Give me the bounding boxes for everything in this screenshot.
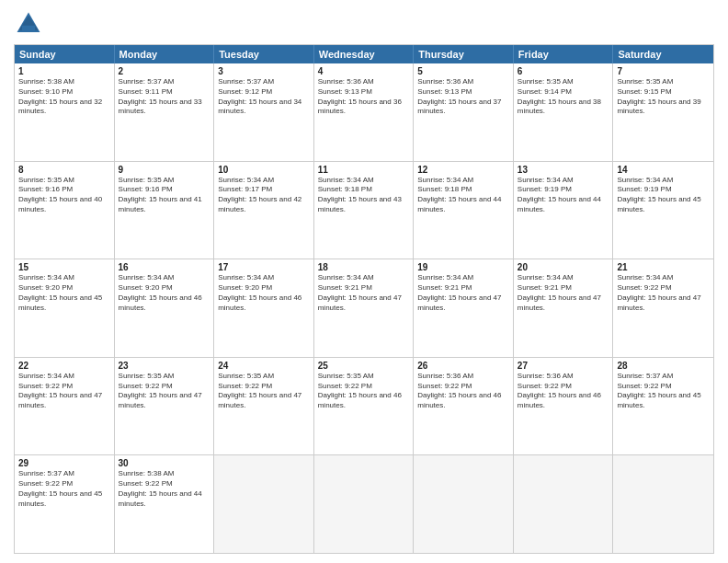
- day-number: 23: [119, 361, 210, 371]
- calendar-cell: 1Sunrise: 5:38 AMSunset: 9:10 PMDaylight…: [15, 63, 115, 161]
- cell-text: Sunrise: 5:37 AMSunset: 9:22 PMDaylight:…: [617, 372, 700, 409]
- day-number: 29: [18, 458, 110, 468]
- calendar-body: 1Sunrise: 5:38 AMSunset: 9:10 PMDaylight…: [15, 63, 713, 553]
- day-number: 30: [119, 458, 210, 468]
- day-number: 1: [18, 66, 110, 76]
- day-number: 8: [18, 165, 110, 175]
- calendar-cell: 7Sunrise: 5:35 AMSunset: 9:15 PMDaylight…: [613, 63, 713, 161]
- calendar-cell: 18Sunrise: 5:34 AMSunset: 9:21 PMDayligh…: [314, 259, 415, 357]
- day-header: Tuesday: [214, 45, 314, 63]
- cell-text: Sunrise: 5:34 AMSunset: 9:20 PMDaylight:…: [218, 273, 301, 311]
- calendar-cell: 12Sunrise: 5:34 AMSunset: 9:18 PMDayligh…: [414, 162, 514, 259]
- cell-text: Sunrise: 5:38 AMSunset: 9:22 PMDaylight:…: [119, 469, 202, 507]
- calendar-cell: 8Sunrise: 5:35 AMSunset: 9:16 PMDaylight…: [15, 162, 115, 259]
- cell-text: Sunrise: 5:35 AMSunset: 9:16 PMDaylight:…: [119, 176, 202, 213]
- calendar-cell: 4Sunrise: 5:36 AMSunset: 9:13 PMDaylight…: [314, 63, 415, 161]
- day-header: Thursday: [414, 45, 514, 63]
- day-number: 15: [18, 262, 110, 272]
- cell-text: Sunrise: 5:34 AMSunset: 9:20 PMDaylight:…: [119, 273, 202, 311]
- day-number: 12: [417, 165, 509, 175]
- cell-text: Sunrise: 5:36 AMSunset: 9:22 PMDaylight:…: [518, 372, 601, 409]
- day-number: 13: [518, 165, 609, 175]
- cell-text: Sunrise: 5:34 AMSunset: 9:18 PMDaylight:…: [318, 176, 402, 213]
- calendar-cell: 6Sunrise: 5:35 AMSunset: 9:14 PMDaylight…: [514, 63, 614, 161]
- calendar-cell: 22Sunrise: 5:34 AMSunset: 9:22 PMDayligh…: [15, 358, 115, 455]
- calendar-cell: [414, 455, 514, 553]
- cell-text: Sunrise: 5:34 AMSunset: 9:18 PMDaylight:…: [417, 176, 501, 213]
- calendar-row: 8Sunrise: 5:35 AMSunset: 9:16 PMDaylight…: [15, 162, 713, 260]
- cell-text: Sunrise: 5:36 AMSunset: 9:13 PMDaylight:…: [417, 77, 501, 115]
- cell-text: Sunrise: 5:36 AMSunset: 9:22 PMDaylight:…: [417, 372, 501, 409]
- cell-text: Sunrise: 5:35 AMSunset: 9:16 PMDaylight:…: [18, 176, 102, 213]
- calendar-cell: 15Sunrise: 5:34 AMSunset: 9:20 PMDayligh…: [15, 259, 115, 357]
- day-number: 21: [617, 262, 710, 272]
- cell-text: Sunrise: 5:35 AMSunset: 9:22 PMDaylight:…: [218, 372, 301, 409]
- calendar-row: 1Sunrise: 5:38 AMSunset: 9:10 PMDaylight…: [15, 63, 713, 162]
- calendar-cell: 17Sunrise: 5:34 AMSunset: 9:20 PMDayligh…: [214, 259, 314, 357]
- day-number: 9: [119, 165, 210, 175]
- day-number: 19: [417, 262, 509, 272]
- calendar-cell: 19Sunrise: 5:34 AMSunset: 9:21 PMDayligh…: [414, 259, 514, 357]
- calendar-row: 22Sunrise: 5:34 AMSunset: 9:22 PMDayligh…: [15, 358, 713, 456]
- day-header: Wednesday: [314, 45, 415, 63]
- day-number: 26: [417, 361, 509, 371]
- day-number: 18: [318, 262, 410, 272]
- day-number: 3: [218, 66, 310, 76]
- calendar-cell: 5Sunrise: 5:36 AMSunset: 9:13 PMDaylight…: [414, 63, 514, 161]
- calendar-cell: 23Sunrise: 5:35 AMSunset: 9:22 PMDayligh…: [115, 358, 215, 455]
- calendar-cell: 2Sunrise: 5:37 AMSunset: 9:11 PMDaylight…: [115, 63, 215, 161]
- cell-text: Sunrise: 5:34 AMSunset: 9:21 PMDaylight:…: [417, 273, 501, 311]
- cell-text: Sunrise: 5:35 AMSunset: 9:22 PMDaylight:…: [119, 372, 202, 409]
- calendar-cell: 9Sunrise: 5:35 AMSunset: 9:16 PMDaylight…: [115, 162, 215, 259]
- page: SundayMondayTuesdayWednesdayThursdayFrid…: [0, 0, 728, 563]
- header: [14, 9, 714, 39]
- day-header: Sunday: [15, 45, 115, 63]
- day-number: 24: [218, 361, 310, 371]
- calendar-cell: 29Sunrise: 5:37 AMSunset: 9:22 PMDayligh…: [15, 455, 115, 553]
- calendar-cell: 11Sunrise: 5:34 AMSunset: 9:18 PMDayligh…: [314, 162, 415, 259]
- calendar-cell: 20Sunrise: 5:34 AMSunset: 9:21 PMDayligh…: [514, 259, 614, 357]
- day-number: 17: [218, 262, 310, 272]
- calendar-cell: 13Sunrise: 5:34 AMSunset: 9:19 PMDayligh…: [514, 162, 614, 259]
- cell-text: Sunrise: 5:34 AMSunset: 9:21 PMDaylight:…: [318, 273, 402, 311]
- calendar-cell: 30Sunrise: 5:38 AMSunset: 9:22 PMDayligh…: [115, 455, 215, 553]
- day-number: 25: [318, 361, 410, 371]
- svg-rect-2: [22, 26, 35, 30]
- cell-text: Sunrise: 5:34 AMSunset: 9:22 PMDaylight:…: [18, 372, 102, 409]
- calendar-cell: 21Sunrise: 5:34 AMSunset: 9:22 PMDayligh…: [613, 259, 713, 357]
- day-number: 7: [617, 66, 710, 76]
- day-number: 6: [518, 66, 609, 76]
- day-number: 28: [617, 361, 710, 371]
- day-number: 4: [318, 66, 410, 76]
- cell-text: Sunrise: 5:35 AMSunset: 9:15 PMDaylight:…: [617, 77, 700, 115]
- cell-text: Sunrise: 5:37 AMSunset: 9:12 PMDaylight:…: [218, 77, 301, 115]
- calendar-cell: [214, 455, 314, 553]
- calendar-cell: [314, 455, 415, 553]
- day-number: 14: [617, 165, 710, 175]
- calendar-cell: 25Sunrise: 5:35 AMSunset: 9:22 PMDayligh…: [314, 358, 415, 455]
- calendar-cell: [514, 455, 614, 553]
- day-header: Friday: [514, 45, 614, 63]
- cell-text: Sunrise: 5:35 AMSunset: 9:14 PMDaylight:…: [518, 77, 601, 115]
- cell-text: Sunrise: 5:34 AMSunset: 9:20 PMDaylight:…: [18, 273, 102, 311]
- day-number: 27: [518, 361, 609, 371]
- calendar-row: 15Sunrise: 5:34 AMSunset: 9:20 PMDayligh…: [15, 259, 713, 358]
- cell-text: Sunrise: 5:34 AMSunset: 9:17 PMDaylight:…: [218, 176, 301, 213]
- calendar-cell: 10Sunrise: 5:34 AMSunset: 9:17 PMDayligh…: [214, 162, 314, 259]
- cell-text: Sunrise: 5:37 AMSunset: 9:11 PMDaylight:…: [119, 77, 202, 115]
- cell-text: Sunrise: 5:38 AMSunset: 9:10 PMDaylight:…: [18, 77, 102, 115]
- logo-icon: [14, 9, 43, 39]
- cell-text: Sunrise: 5:35 AMSunset: 9:22 PMDaylight:…: [318, 372, 402, 409]
- day-number: 5: [417, 66, 509, 76]
- day-header: Saturday: [613, 45, 713, 63]
- calendar-cell: 27Sunrise: 5:36 AMSunset: 9:22 PMDayligh…: [514, 358, 614, 455]
- cell-text: Sunrise: 5:34 AMSunset: 9:19 PMDaylight:…: [518, 176, 601, 213]
- calendar-cell: 14Sunrise: 5:34 AMSunset: 9:19 PMDayligh…: [613, 162, 713, 259]
- calendar-cell: [613, 455, 713, 553]
- calendar-cell: 26Sunrise: 5:36 AMSunset: 9:22 PMDayligh…: [414, 358, 514, 455]
- day-number: 11: [318, 165, 410, 175]
- calendar-row: 29Sunrise: 5:37 AMSunset: 9:22 PMDayligh…: [15, 455, 713, 553]
- cell-text: Sunrise: 5:34 AMSunset: 9:21 PMDaylight:…: [518, 273, 601, 311]
- calendar-cell: 3Sunrise: 5:37 AMSunset: 9:12 PMDaylight…: [214, 63, 314, 161]
- day-number: 10: [218, 165, 310, 175]
